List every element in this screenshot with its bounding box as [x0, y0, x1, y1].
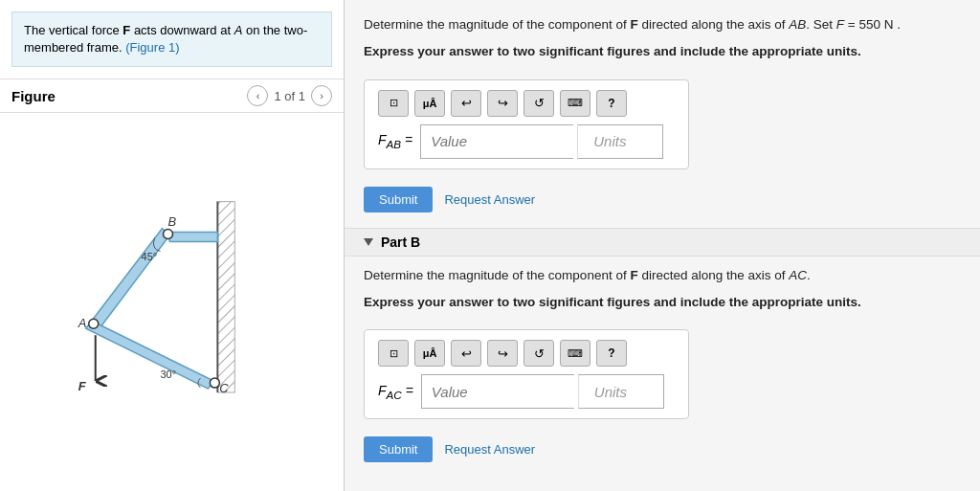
part-b-input-row: FAC = Units — [378, 374, 675, 409]
svg-marker-5 — [86, 322, 214, 390]
figure-link[interactable]: (Figure 1) — [125, 40, 179, 55]
figure-svg: A B C 45° 30° F — [0, 113, 344, 491]
part-b-toolbar: ⊡ μÂ ↩ ↪ ↺ ⌨ ? — [378, 340, 675, 367]
part-b-label: Part B — [381, 234, 420, 250]
toolbar-fractions-btn[interactable]: ⊡ — [378, 90, 409, 117]
part-b-toolbar-undo-btn[interactable]: ↩ — [451, 340, 481, 367]
part-b-request-link[interactable]: Request Answer — [444, 442, 535, 457]
part-b-actions: Submit Request Answer — [364, 436, 961, 462]
part-a-problem-statement: Determine the magnitude of the component… — [364, 15, 961, 34]
part-b-units-box: Units — [578, 374, 664, 409]
svg-point-10 — [210, 378, 219, 388]
svg-point-8 — [164, 230, 173, 239]
part-b-problem-statement: Determine the magnitude of the component… — [364, 266, 961, 285]
svg-text:B: B — [168, 214, 177, 229]
figure-canvas: A B C 45° 30° F — [0, 113, 344, 491]
right-panel: Determine the magnitude of the component… — [345, 0, 980, 491]
svg-marker-4 — [92, 229, 170, 328]
part-b-toolbar-help-btn[interactable]: ? — [596, 340, 627, 367]
toolbar-mu-btn[interactable]: μÂ — [414, 90, 445, 117]
svg-text:C: C — [219, 381, 229, 395]
svg-text:A: A — [78, 317, 87, 331]
part-b-toolbar-refresh-btn[interactable]: ↺ — [523, 340, 554, 367]
part-b-toolbar-redo-btn[interactable]: ↪ — [487, 340, 518, 367]
part-a-answer-box: ⊡ μÂ ↩ ↪ ↺ ⌨ ? — [364, 79, 689, 169]
figure-label: Figure — [11, 88, 56, 104]
part-b-header: Part B — [345, 228, 980, 257]
part-b-value-input[interactable] — [421, 374, 574, 409]
part-a-actions: Submit Request Answer — [364, 187, 961, 212]
svg-rect-1 — [217, 202, 234, 392]
part-b-answer-box: ⊡ μÂ ↩ ↪ ↺ ⌨ ? — [364, 329, 689, 419]
description-box: The vertical force F acts downward at A … — [11, 11, 332, 67]
part-a-label: FAB = — [378, 132, 412, 150]
figure-section: Figure ‹ 1 of 1 › — [0, 78, 344, 113]
svg-text:F: F — [78, 379, 87, 393]
part-a-submit-btn[interactable]: Submit — [364, 187, 433, 212]
part-a-request-link[interactable]: Request Answer — [444, 192, 535, 207]
part-b-label: FAC = — [378, 383, 413, 401]
part-a-input-row: FAB = Units — [378, 124, 675, 159]
left-panel: The vertical force F acts downward at A … — [0, 0, 345, 491]
part-b-section: Part B Determine the magnitude of the co… — [364, 228, 961, 463]
part-a-value-input[interactable] — [420, 124, 573, 159]
part-b-submit-btn[interactable]: Submit — [364, 436, 433, 462]
toolbar-undo-btn[interactable]: ↩ — [451, 90, 481, 117]
toolbar-help-btn[interactable]: ? — [596, 90, 627, 117]
part-b-toolbar-mu-btn[interactable]: μÂ — [414, 340, 445, 367]
part-a-toolbar: ⊡ μÂ ↩ ↪ ↺ ⌨ ? — [378, 90, 675, 117]
toolbar-refresh-btn[interactable]: ↺ — [523, 90, 554, 117]
toolbar-redo-btn[interactable]: ↪ — [487, 90, 518, 117]
svg-point-6 — [89, 320, 99, 329]
figure-nav: ‹ 1 of 1 › — [247, 85, 332, 106]
part-a-units-box: Units — [577, 124, 663, 159]
part-b-instruction: Express your answer to two significant f… — [364, 293, 961, 312]
part-a-units-text: Units — [593, 133, 626, 149]
part-a-instruction: Express your answer to two significant f… — [364, 42, 961, 61]
part-b-toolbar-fractions-btn[interactable]: ⊡ — [378, 340, 409, 367]
part-b-toolbar-keyboard-btn[interactable]: ⌨ — [560, 340, 590, 367]
figure-page: 1 of 1 — [274, 89, 305, 103]
prev-figure-btn[interactable]: ‹ — [247, 85, 268, 106]
svg-marker-3 — [167, 233, 218, 242]
svg-text:45°: 45° — [142, 252, 158, 263]
part-a-section: Determine the magnitude of the component… — [364, 15, 961, 212]
toolbar-keyboard-btn[interactable]: ⌨ — [560, 90, 590, 117]
svg-text:30°: 30° — [161, 368, 177, 380]
collapse-icon[interactable] — [364, 238, 373, 246]
next-figure-btn[interactable]: › — [311, 85, 332, 106]
part-b-units-text: Units — [594, 384, 627, 400]
